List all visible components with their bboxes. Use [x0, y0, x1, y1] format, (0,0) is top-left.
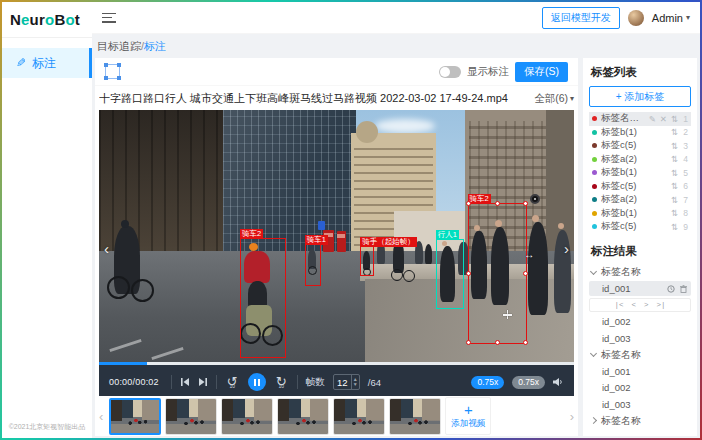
- resize-handle[interactable]: [466, 201, 471, 206]
- sort-icon[interactable]: ⇅: [671, 209, 678, 218]
- label-color-dot: [592, 170, 597, 175]
- annotation-tag: 骑车2: [240, 229, 263, 239]
- result-item[interactable]: id_002: [589, 380, 691, 395]
- history-icon[interactable]: [667, 285, 675, 293]
- result-item[interactable]: id_003: [589, 397, 691, 412]
- resize-handle[interactable]: [466, 340, 471, 345]
- speed-pill[interactable]: 0.75x: [512, 376, 545, 389]
- menu-collapse-icon[interactable]: [102, 13, 116, 23]
- result-item-id: id_003: [602, 399, 691, 410]
- add-label-button[interactable]: + 添加标签: [589, 86, 691, 107]
- video-thumbnail[interactable]: [109, 398, 161, 435]
- next-video-chevron-icon[interactable]: ›: [564, 241, 569, 256]
- annotation-bbox[interactable]: 骑手（起始帧）: [360, 246, 373, 276]
- sidebar-item-label: 标注: [32, 55, 56, 72]
- forward-10-icon[interactable]: ↻10: [274, 375, 289, 390]
- resize-handle[interactable]: [466, 271, 471, 276]
- sort-icon[interactable]: ⇅: [671, 115, 678, 124]
- label-row[interactable]: 标签名字最长数... ✎ ✕ ⇅ 1: [589, 112, 691, 126]
- annotation-bbox[interactable]: 骑车2: [468, 203, 528, 344]
- prev-frame-icon[interactable]: <: [631, 301, 636, 309]
- sort-icon[interactable]: ⇅: [671, 196, 678, 205]
- label-row[interactable]: 标签b(1) ✎ ✕ ⇅ 5: [589, 166, 691, 180]
- label-row[interactable]: 标签c(5) ✎ ✕ ⇅ 6: [589, 180, 691, 194]
- video-thumbnail[interactable]: [277, 398, 329, 435]
- video-thumbnail[interactable]: [333, 398, 385, 435]
- avatar[interactable]: [628, 10, 644, 26]
- label-name: 标签b(1): [601, 166, 667, 179]
- first-frame-icon[interactable]: |<: [614, 301, 623, 309]
- sidebar-item-annotate[interactable]: ✎ 标注: [2, 48, 92, 78]
- label-name: 标签c(5): [601, 180, 667, 193]
- filter-dropdown[interactable]: 全部(6) ▾: [534, 92, 574, 106]
- video-canvas[interactable]: 骑车2骑车1骑手（起始帧）行人1骑车2 ‹ › ↔: [99, 110, 574, 362]
- result-item[interactable]: id_001: [589, 281, 691, 296]
- edit-icon[interactable]: ✎: [649, 115, 656, 124]
- result-group[interactable]: 标签名称: [589, 265, 691, 280]
- app-window: NeuroBot ✎ 标注 ©2021北京矩视智能出品 返回模型开发 Admin…: [2, 2, 700, 438]
- label-row[interactable]: 标签a(2) ✎ ✕ ⇅ 4: [589, 153, 691, 167]
- label-row[interactable]: 标签b(1) ✎ ✕ ⇅ 2: [589, 126, 691, 140]
- video-thumbnail[interactable]: [165, 398, 217, 435]
- result-item[interactable]: id_001: [589, 364, 691, 379]
- filmstrip: ‹ + 添加视频 ›: [95, 396, 578, 436]
- sort-icon[interactable]: ⇅: [671, 155, 678, 164]
- rewind-10-icon[interactable]: ↺10: [225, 375, 240, 390]
- label-list: 标签名字最长数... ✎ ✕ ⇅ 1 标签b(1) ✎ ✕ ⇅ 2 标签c(5)…: [589, 112, 691, 234]
- annotation-bbox[interactable]: 骑车2: [240, 238, 286, 358]
- annotation-tag: 骑车2: [468, 194, 491, 204]
- label-row[interactable]: 标签c(5) ✎ ✕ ⇅ 3: [589, 139, 691, 153]
- result-item[interactable]: id_002: [589, 314, 691, 329]
- progress-bar[interactable]: [99, 362, 574, 365]
- sort-icon[interactable]: ⇅: [671, 142, 678, 151]
- back-to-model-dev-button[interactable]: 返回模型开发: [542, 7, 620, 29]
- filmstrip-next-icon[interactable]: ›: [568, 409, 576, 424]
- label-order: 7: [682, 195, 688, 205]
- result-item[interactable]: id_003: [589, 331, 691, 346]
- pause-button[interactable]: [248, 373, 266, 391]
- filmstrip-prev-icon[interactable]: ‹: [97, 409, 105, 424]
- annotation-results: 标签名称id_001|<<>>|id_002id_003标签名称id_001id…: [589, 265, 691, 429]
- result-group[interactable]: 标签名称: [589, 347, 691, 362]
- delete-icon[interactable]: ✕: [660, 115, 667, 124]
- sort-icon[interactable]: ⇅: [671, 128, 678, 137]
- plus-icon: +: [464, 403, 473, 417]
- video-thumbnail[interactable]: [221, 398, 273, 435]
- next-frame-icon[interactable]: [198, 377, 208, 387]
- volume-icon[interactable]: [553, 377, 564, 387]
- group-name: 标签名称: [601, 348, 641, 362]
- last-frame-icon[interactable]: >|: [657, 301, 666, 309]
- user-menu[interactable]: Admin ▾: [652, 12, 690, 24]
- label-order: 9: [682, 222, 688, 232]
- trash-icon[interactable]: [680, 285, 687, 293]
- speed-pill-active[interactable]: 0.75x: [471, 376, 504, 389]
- annotation-bbox[interactable]: 行人1: [436, 239, 464, 309]
- add-video-button[interactable]: + 添加视频: [445, 397, 491, 435]
- chevron-icon: [590, 417, 597, 424]
- frame-number-input[interactable]: [334, 375, 351, 389]
- chevron-down-icon: ▾: [570, 94, 574, 103]
- prev-frame-icon[interactable]: [180, 377, 190, 387]
- sort-icon[interactable]: ⇅: [671, 169, 678, 178]
- show-annotation-toggle[interactable]: [439, 66, 461, 78]
- label-order: 5: [682, 168, 688, 178]
- label-row[interactable]: 标签c(5) ✎ ✕ ⇅ 9: [589, 220, 691, 234]
- annotation-bbox[interactable]: 骑车1: [305, 244, 321, 286]
- sort-icon[interactable]: ⇅: [671, 182, 678, 191]
- label-row[interactable]: 标签b(1) ✎ ✕ ⇅ 8: [589, 207, 691, 221]
- prev-video-chevron-icon[interactable]: ‹: [104, 241, 109, 256]
- video-thumbnail[interactable]: [389, 398, 441, 435]
- breadcrumb-parent[interactable]: 目标追踪: [97, 40, 141, 52]
- next-frame-icon[interactable]: >: [644, 301, 649, 309]
- bbox-tool-icon[interactable]: [105, 64, 120, 79]
- label-row[interactable]: 标签a(2) ✎ ✕ ⇅ 7: [589, 193, 691, 207]
- sidebar-menu: ✎ 标注: [2, 48, 92, 78]
- resize-handle[interactable]: [495, 340, 500, 345]
- filter-label: 全部(6): [534, 92, 568, 106]
- result-group[interactable]: 标签名称: [589, 413, 691, 428]
- sort-icon[interactable]: ⇅: [671, 223, 678, 232]
- frame-stepper[interactable]: ▲▼: [351, 375, 359, 389]
- thumbnail-list: [109, 398, 441, 435]
- resize-handle[interactable]: [495, 201, 500, 206]
- save-button[interactable]: 保存(S): [515, 62, 568, 82]
